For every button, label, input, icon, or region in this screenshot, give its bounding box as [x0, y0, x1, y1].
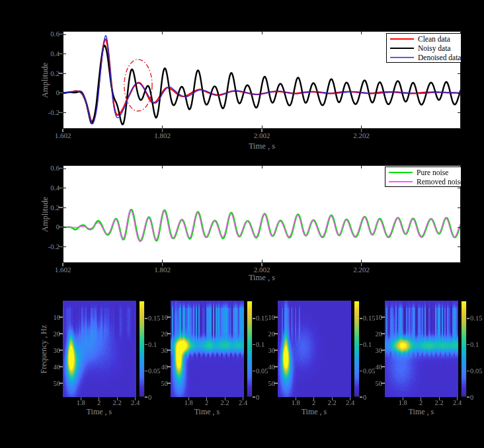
x-tick-label: 2	[89, 398, 109, 407]
x-tick-label: 2	[304, 398, 324, 407]
colorbar-tick-mark	[253, 318, 255, 318]
x-tick-label: 2.202	[345, 131, 378, 140]
x-tick-label: 2.2	[107, 398, 127, 407]
colorbar-tick-mark	[145, 344, 147, 345]
y-tick-label: 50	[259, 379, 275, 388]
colorbar-denoised	[354, 301, 360, 397]
signal-x-axis-label: Time , s	[163, 141, 361, 151]
legend-item-removed-noise: Removed noise	[385, 177, 461, 186]
x-tick-label: 2	[411, 398, 431, 407]
legend-item-pure-noise: Pure noise	[385, 168, 461, 177]
x-tick-label: 2.4	[126, 398, 145, 407]
y-tick-label: 0	[32, 89, 60, 97]
y-tick-label: -0.2	[32, 108, 60, 117]
legend-label: Clean data	[418, 35, 450, 43]
y-tick-label: 0.4	[32, 50, 60, 58]
y-tick-label: 20	[152, 330, 168, 338]
colorbar-tick-mark	[253, 344, 255, 345]
colorbar-tick-label: 0	[256, 393, 273, 402]
y-tick-label: 0.4	[32, 184, 60, 192]
x-tick-label: 1.8	[71, 398, 91, 407]
spectrogram-noisy-x-axis-label: Time , s	[174, 407, 240, 417]
y-tick-label: 40	[44, 363, 60, 371]
y-tick-label: 50	[152, 379, 168, 388]
y-tick-label: 30	[366, 346, 382, 355]
x-tick-label: 2.002	[245, 266, 278, 274]
spectrogram-removed-noise-canvas	[385, 301, 458, 397]
x-tick-label: 1.8	[286, 398, 305, 407]
legend-item-denoised-data: Denoised data	[387, 53, 461, 62]
colorbar-tick-mark	[253, 371, 255, 371]
spectrogram-clean-x-axis-label: Time , s	[66, 407, 132, 417]
x-tick-label: 1.8	[179, 398, 198, 407]
colorbar-tick-mark	[145, 396, 147, 397]
colorbar-tick-label: 0.05	[470, 367, 484, 375]
x-tick-label: 2.4	[448, 398, 467, 407]
colorbar-noisy	[247, 301, 253, 397]
y-tick-label: 40	[366, 363, 382, 371]
figure: Clean data Noisy data Denoised data Ampl…	[0, 0, 484, 448]
noisy-line-sample	[390, 48, 414, 49]
y-tick-label: 0	[32, 223, 60, 231]
denoised-line-sample	[390, 57, 414, 57]
y-tick-label: 10	[366, 313, 382, 322]
colorbar-tick-label: 0.15	[470, 314, 484, 322]
y-tick-label: 20	[259, 330, 275, 338]
x-tick-label: 1.802	[146, 266, 179, 274]
x-tick-label: 2.2	[215, 398, 235, 407]
colorbar-tick-mark	[360, 396, 362, 397]
y-tick-label: 30	[259, 346, 275, 355]
colorbar-tick-mark	[467, 344, 469, 345]
colorbar-tick-mark	[467, 318, 469, 318]
spectrogram-denoised-canvas	[278, 301, 351, 397]
y-tick-label: 30	[44, 346, 60, 355]
colorbar-tick-mark	[467, 371, 469, 371]
x-tick-label: 2.4	[233, 398, 253, 407]
spectrogram-denoised-panel	[278, 301, 351, 397]
x-tick-label: 1.802	[146, 131, 179, 140]
spectrogram-clean-panel	[63, 301, 136, 397]
pure-noise-line-sample	[389, 172, 413, 174]
legend-label: Denoised data	[418, 54, 461, 61]
colorbar-tick-label: 0	[148, 393, 165, 402]
x-tick-label: 2.202	[345, 266, 378, 274]
noise-legend: Pure noise Removed noise	[385, 167, 462, 187]
colorbar-tick-mark	[145, 371, 147, 371]
colorbar-tick-mark	[253, 396, 255, 397]
x-tick-label: 2.2	[322, 398, 342, 407]
y-tick-label: 0.2	[32, 204, 60, 212]
y-tick-label: 0.6	[32, 164, 60, 172]
y-tick-label: 50	[44, 379, 60, 388]
colorbar-tick-mark	[360, 318, 362, 318]
colorbar-clean	[139, 301, 145, 397]
x-tick-label: 1.602	[46, 266, 79, 274]
colorbar-tick-mark	[360, 344, 362, 345]
signal-legend: Clean data Noisy data Denoised data	[386, 33, 462, 63]
noise-plot-panel: Pure noise Removed noise	[63, 165, 461, 263]
legend-label: Noisy data	[418, 44, 451, 52]
spectrogram-noisy-panel	[171, 301, 244, 397]
colorbar-tick-mark	[360, 371, 362, 371]
y-tick-label: 20	[44, 330, 60, 338]
colorbar-removed-noise	[461, 301, 467, 397]
y-tick-label: 50	[366, 379, 382, 388]
x-tick-label: 2.2	[429, 398, 449, 407]
colorbar-tick-label: 0	[470, 393, 484, 402]
y-tick-label: 0.2	[32, 69, 60, 78]
spectrogram-noisy-canvas	[171, 301, 244, 397]
colorbar-tick-mark	[145, 318, 147, 318]
y-tick-label: 40	[259, 363, 275, 371]
colorbar-tick-label: 0.1	[470, 340, 484, 349]
x-tick-label: 1.602	[46, 131, 79, 140]
removed-noise-line-sample	[389, 181, 413, 182]
x-tick-label: 2.002	[245, 131, 278, 140]
signal-plot-panel: Clean data Noisy data Denoised data	[63, 31, 461, 129]
y-tick-label: 20	[366, 330, 382, 338]
colorbar-tick-mark	[467, 396, 469, 397]
noise-x-axis-label: Time , s	[163, 273, 361, 283]
colorbar-tick-label: 0	[363, 393, 380, 402]
y-tick-label: 10	[152, 313, 168, 322]
spectrogram-removed-noise-x-axis-label: Time , s	[388, 407, 454, 417]
clean-line-sample	[390, 38, 414, 40]
x-tick-label: 1.8	[393, 398, 413, 407]
